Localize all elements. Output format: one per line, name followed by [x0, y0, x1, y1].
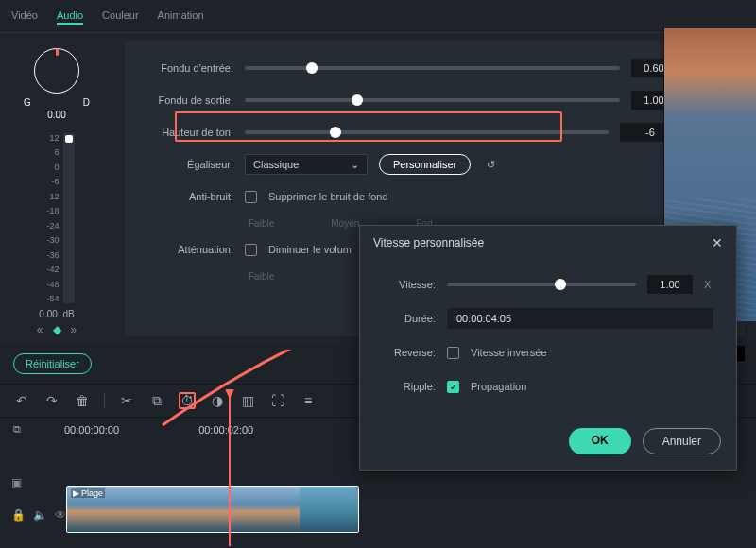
volume-slider[interactable]: [63, 133, 75, 303]
ducking-checkbox[interactable]: [245, 244, 257, 256]
timecode-2: 00:00:02:00: [198, 424, 253, 436]
reset-button[interactable]: Réinitialiser: [13, 353, 92, 374]
ripple-lock-icon[interactable]: ⧉: [13, 423, 21, 436]
speed-slider[interactable]: [447, 283, 636, 286]
ripple-label: Ripple:: [383, 381, 436, 392]
eq-customize-button[interactable]: Personnaliser: [379, 154, 471, 175]
cancel-button[interactable]: Annuler: [643, 428, 721, 454]
tab-animation[interactable]: Animation: [158, 8, 204, 25]
pitch-slider[interactable]: [245, 130, 609, 134]
green-screen-icon[interactable]: ▥: [239, 392, 256, 409]
fadeout-slider[interactable]: [245, 98, 620, 102]
delete-icon[interactable]: 🗑: [74, 392, 91, 409]
denoise-label: Anti-bruit:: [144, 191, 233, 202]
pitch-label: Hauteur de ton:: [144, 127, 233, 138]
expand-icon[interactable]: ⛶: [269, 392, 286, 409]
level-meter: 1260 -6-12-18 -24-30-36 -42-48-54: [39, 129, 74, 303]
prev-keyframe-icon[interactable]: «: [37, 323, 43, 336]
fadein-slider[interactable]: [245, 66, 620, 70]
settings-icon[interactable]: ≡: [300, 392, 317, 409]
eq-reset-icon[interactable]: ↺: [482, 156, 499, 173]
eye-icon[interactable]: 👁: [55, 508, 66, 522]
ripple-checkbox[interactable]: ✓: [447, 381, 459, 393]
undo-icon[interactable]: ↶: [13, 392, 30, 409]
balance-labels: GD: [24, 97, 90, 108]
fadein-label: Fondu d'entrée:: [144, 62, 233, 74]
speed-value[interactable]: 1.00: [647, 275, 693, 294]
video-clip[interactable]: ▶Plage: [66, 486, 359, 533]
close-icon[interactable]: ✕: [712, 235, 723, 250]
duration-label: Durée:: [383, 313, 436, 324]
speed-icon[interactable]: ⏱: [179, 392, 196, 409]
balance-value: 0.00: [47, 110, 65, 120]
custom-speed-dialog: Vitesse personnalisée ✕ Vitesse: 1.00 X …: [359, 225, 737, 471]
tab-audio[interactable]: Audio: [57, 8, 83, 25]
eq-select[interactable]: Classique⌄: [245, 154, 368, 175]
balance-area: GD 0.00 1260 -6-12-18 -24-30-36 -42-48-5…: [0, 41, 113, 336]
reverse-checkbox[interactable]: [447, 347, 459, 359]
editor-tabs: Vidéo Audio Couleur Animation: [0, 0, 756, 33]
tab-color[interactable]: Couleur: [102, 8, 139, 25]
next-keyframe-icon[interactable]: »: [71, 323, 77, 336]
crop-icon[interactable]: ⧉: [148, 392, 165, 409]
speed-label: Vitesse:: [383, 279, 436, 290]
playhead[interactable]: [229, 395, 231, 546]
timecode-start: 00:00:00:00: [64, 424, 119, 436]
balance-knob[interactable]: [34, 48, 79, 94]
lock-icon[interactable]: 🔒: [11, 508, 26, 522]
duration-input[interactable]: 00:00:04:05: [447, 308, 713, 329]
keyframe-nav[interactable]: « ◆ »: [37, 323, 77, 336]
ducking-label: Atténuation:: [144, 244, 233, 255]
plus-icon[interactable]: ▣: [11, 476, 22, 489]
add-keyframe-icon[interactable]: ◆: [53, 323, 61, 336]
track-header-icons[interactable]: ▣ 🔒🔈👁: [11, 476, 66, 522]
tab-video[interactable]: Vidéo: [11, 8, 38, 25]
eq-label: Égaliseur:: [144, 159, 233, 170]
chevron-down-icon: ⌄: [351, 159, 359, 171]
reverse-label: Reverse:: [383, 347, 436, 358]
dialog-title: Vitesse personnalisée: [373, 236, 484, 249]
redo-icon[interactable]: ↷: [43, 392, 60, 409]
color-icon[interactable]: ◑: [209, 392, 226, 409]
denoise-checkbox[interactable]: [245, 191, 257, 203]
mute-icon[interactable]: 🔈: [33, 508, 47, 522]
fadeout-label: Fondu de sortie:: [144, 94, 233, 106]
cut-icon[interactable]: ✂: [118, 392, 135, 409]
ok-button[interactable]: OK: [569, 428, 631, 454]
